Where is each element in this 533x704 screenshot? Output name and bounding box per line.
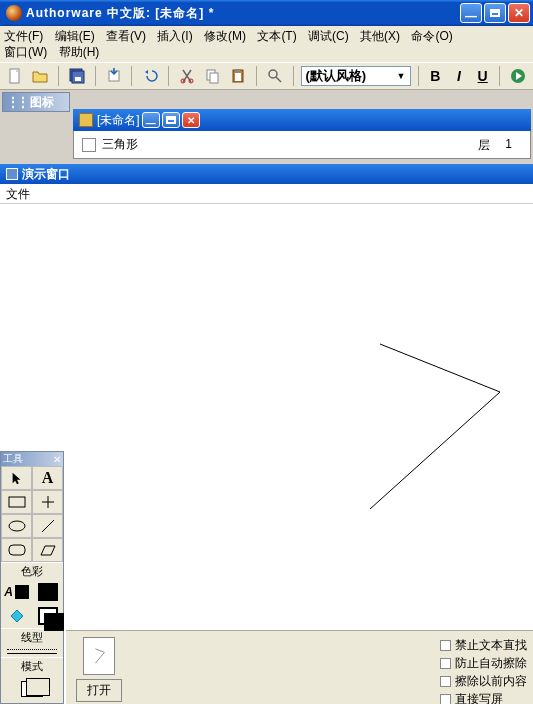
fill-color-swatch[interactable] (1, 604, 32, 628)
presentation-titlebar[interactable]: 演示窗口 (0, 164, 533, 184)
minimize-button[interactable]: — (460, 3, 482, 23)
menu-modify[interactable]: 修改(M) (204, 29, 246, 43)
line-style-picker[interactable] (1, 646, 63, 657)
ellipse-tool-icon[interactable] (1, 514, 32, 538)
pointer-tool-icon[interactable] (1, 466, 32, 490)
layer-value: 1 (505, 137, 512, 151)
find-icon[interactable] (264, 65, 286, 87)
open-file-icon[interactable] (30, 65, 52, 87)
run-icon[interactable] (507, 65, 529, 87)
display-icon[interactable] (82, 138, 96, 152)
bg-color-swatch[interactable] (32, 604, 63, 628)
svg-line-18 (42, 520, 54, 532)
svg-rect-11 (235, 73, 241, 81)
import-icon[interactable] (103, 65, 125, 87)
text-tool-icon[interactable]: A (32, 466, 63, 490)
underline-button[interactable]: U (473, 65, 493, 87)
presentation-title: 演示窗口 (22, 166, 70, 183)
preview-thumbnail (83, 637, 115, 675)
window-titlebar: Authorware 中文版: [未命名] * — ✕ (0, 0, 533, 26)
close-button[interactable]: ✕ (508, 3, 530, 23)
maximize-button[interactable] (484, 3, 506, 23)
mode-section-label: 模式 (1, 657, 63, 675)
copy-icon[interactable] (202, 65, 224, 87)
check-prevent-auto-erase[interactable]: 防止自动擦除 (440, 655, 527, 672)
style-value: (默认风格) (306, 67, 367, 85)
drawing-shape (0, 204, 533, 704)
tools-panel: 工具 ✕ A 色彩 A 线型 模式 (0, 451, 64, 704)
menu-edit[interactable]: 编辑(E) (55, 29, 95, 43)
presentation-window: 演示窗口 文件 (0, 164, 533, 704)
new-file-icon[interactable] (4, 65, 26, 87)
properties-panel: 打开 禁止文本直找 防止自动擦除 擦除以前内容 直接写屏 (66, 630, 533, 704)
menubar: 文件(F) 编辑(E) 查看(V) 插入(I) 修改(M) 文本(T) 调试(C… (0, 26, 533, 62)
rounded-rect-tool-icon[interactable] (1, 538, 32, 562)
layer-label: 层 (478, 137, 490, 154)
menu-help[interactable]: 帮助(H) (59, 45, 100, 59)
polygon-tool-icon[interactable] (32, 538, 63, 562)
app-icon (6, 5, 22, 21)
doc-minimize-button[interactable]: — (142, 112, 160, 128)
menu-text[interactable]: 文本(T) (257, 29, 296, 43)
rectangle-tool-icon[interactable] (1, 490, 32, 514)
doc-maximize-button[interactable] (162, 112, 180, 128)
chevron-down-icon: ▼ (397, 71, 406, 81)
undo-icon[interactable] (139, 65, 161, 87)
svg-rect-19 (9, 545, 25, 555)
svg-point-12 (269, 70, 277, 78)
doc-close-button[interactable]: ✕ (182, 112, 200, 128)
menu-insert[interactable]: 插入(I) (157, 29, 192, 43)
presentation-menubar: 文件 (0, 184, 533, 204)
svg-rect-14 (9, 497, 25, 507)
save-all-icon[interactable] (66, 65, 88, 87)
open-button[interactable]: 打开 (76, 679, 122, 702)
check-direct-to-screen[interactable]: 直接写屏 (440, 691, 527, 704)
mode-picker[interactable] (1, 675, 63, 703)
icons-panel: ⋮⋮ 图标 (2, 92, 70, 112)
color-section-label: 色彩 (1, 562, 63, 580)
menu-file[interactable]: 文件(F) (4, 29, 43, 43)
text-color-swatch[interactable] (32, 580, 63, 604)
grip-icon: ⋮⋮ (7, 95, 27, 109)
bold-button[interactable]: B (426, 65, 446, 87)
tools-close-icon[interactable]: ✕ (53, 454, 61, 465)
document-icon (79, 113, 93, 127)
window-title: Authorware 中文版: [未命名] * (26, 5, 214, 22)
canvas-area[interactable] (0, 204, 533, 704)
paste-icon[interactable] (227, 65, 249, 87)
check-erase-previous[interactable]: 擦除以前内容 (440, 673, 527, 690)
svg-rect-3 (75, 77, 81, 81)
icon-label: 三角形 (102, 136, 138, 153)
menu-other[interactable]: 其他(X) (360, 29, 400, 43)
pen-color-swatch[interactable]: A (1, 580, 32, 604)
document-titlebar[interactable]: [未命名] — ✕ (73, 109, 531, 131)
svg-rect-8 (210, 73, 218, 83)
menu-window[interactable]: 窗口(W) (4, 45, 47, 59)
style-dropdown[interactable]: (默认风格) ▼ (301, 66, 411, 86)
italic-button[interactable]: I (449, 65, 469, 87)
icons-panel-title: 图标 (30, 94, 54, 111)
tools-panel-title: 工具 (3, 452, 23, 466)
document-window: [未命名] — ✕ 三角形 层 1 (73, 109, 531, 159)
line-tool-icon[interactable] (32, 490, 63, 514)
tools-panel-header[interactable]: 工具 ✕ (1, 452, 63, 466)
diagonal-line-tool-icon[interactable] (32, 514, 63, 538)
svg-point-17 (9, 521, 25, 531)
svg-rect-10 (235, 69, 241, 72)
menu-view[interactable]: 查看(V) (106, 29, 146, 43)
flowline-area[interactable]: 三角形 层 1 (73, 131, 531, 159)
cut-icon[interactable] (176, 65, 198, 87)
document-title: [未命名] (97, 112, 140, 129)
presentation-icon (6, 168, 18, 180)
presentation-menu-file[interactable]: 文件 (6, 187, 30, 201)
icons-panel-header[interactable]: ⋮⋮ 图标 (3, 93, 69, 111)
menu-command[interactable]: 命令(O) (411, 29, 452, 43)
menu-debug[interactable]: 调试(C) (308, 29, 349, 43)
check-disable-text-search[interactable]: 禁止文本直找 (440, 637, 527, 654)
toolbar: (默认风格) ▼ B I U (0, 62, 533, 90)
